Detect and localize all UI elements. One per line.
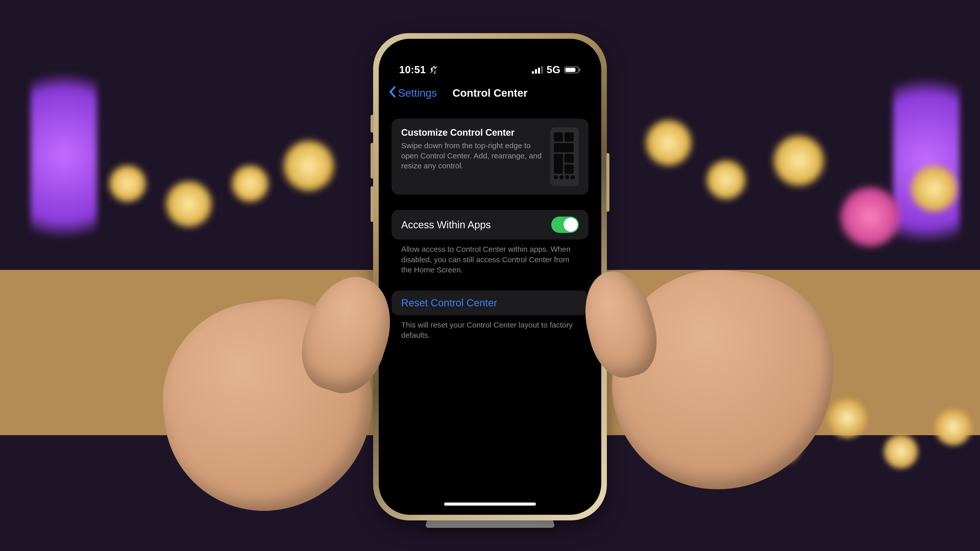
bokeh-light	[281, 138, 337, 194]
reset-control-center-cell[interactable]: Reset Control Center	[391, 291, 589, 315]
dynamic-island	[449, 52, 531, 75]
svg-rect-5	[565, 68, 576, 72]
chevron-left-icon	[388, 86, 396, 100]
mute-switch	[371, 115, 374, 133]
access-within-apps-cell: Access Within Apps	[391, 210, 589, 240]
customize-subtitle: Swipe down from the top-right edge to op…	[401, 141, 543, 171]
silent-mode-icon	[430, 65, 438, 74]
cell-signal-icon	[532, 66, 543, 74]
customize-control-center-cell[interactable]: Customize Control Center Swipe down from…	[391, 119, 589, 195]
status-time: 10:51	[399, 64, 426, 76]
bokeh-light	[893, 46, 959, 275]
bokeh-light	[883, 433, 919, 469]
bokeh-light	[163, 179, 215, 230]
iphone-device: 10:51 5G	[373, 33, 607, 520]
svg-rect-0	[532, 71, 534, 74]
bokeh-light	[837, 184, 904, 250]
access-within-apps-toggle[interactable]	[551, 217, 579, 233]
bokeh-light	[771, 133, 827, 189]
access-within-apps-label: Access Within Apps	[401, 219, 491, 230]
svg-rect-6	[579, 68, 580, 71]
home-indicator[interactable]	[444, 503, 536, 506]
side-button	[606, 153, 609, 212]
reset-control-center-label: Reset Control Center	[401, 297, 497, 309]
nav-bar: Settings Control Center	[381, 79, 599, 106]
bokeh-light	[30, 41, 97, 270]
volume-down-button	[371, 186, 374, 222]
svg-rect-2	[538, 68, 540, 74]
customize-title: Customize Control Center	[401, 127, 543, 138]
battery-icon	[564, 66, 581, 74]
phone-screen: 10:51 5G	[381, 41, 599, 512]
back-button[interactable]: Settings	[388, 79, 437, 106]
bokeh-light	[908, 163, 959, 214]
bokeh-light	[934, 408, 972, 446]
reset-control-center-footer: This will reset your Control Center layo…	[391, 315, 589, 341]
bokeh-light	[230, 163, 270, 204]
control-center-thumbnail	[550, 127, 579, 186]
back-button-label: Settings	[398, 87, 437, 99]
svg-rect-3	[541, 66, 543, 74]
bokeh-light	[107, 163, 148, 204]
svg-rect-1	[535, 69, 537, 74]
nav-title: Control Center	[452, 87, 528, 99]
bokeh-light	[643, 118, 694, 168]
bokeh-light	[827, 398, 868, 439]
volume-up-button	[371, 143, 374, 179]
access-within-apps-footer: Allow access to Control Center within ap…	[391, 240, 589, 275]
bokeh-light	[704, 158, 748, 202]
network-type-label: 5G	[547, 64, 560, 76]
settings-content[interactable]: Customize Control Center Swipe down from…	[381, 106, 599, 512]
